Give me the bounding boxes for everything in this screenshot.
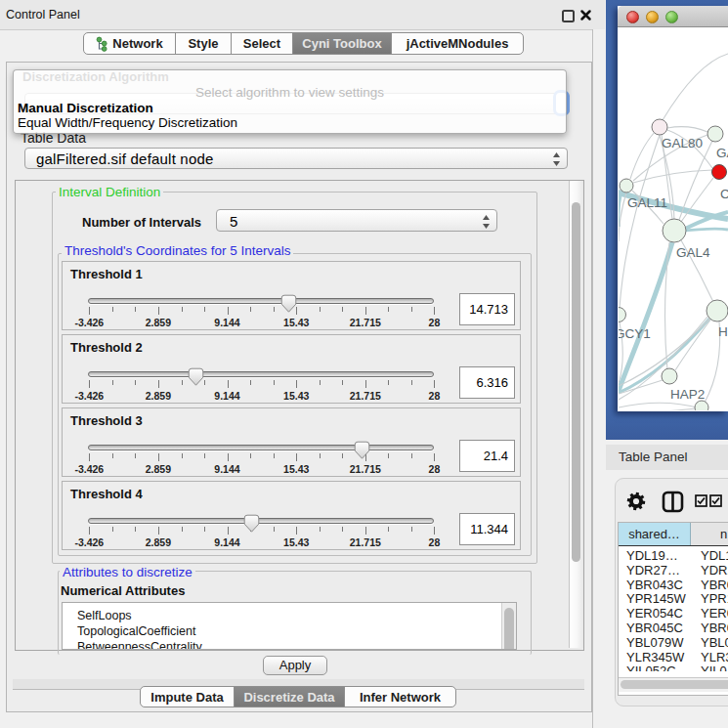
svg-text:GAL11: GAL11 (627, 195, 667, 210)
svg-text:GAL4: GAL4 (676, 245, 710, 260)
svg-text:C: C (720, 187, 728, 201)
svg-text:GCY1: GCY1 (619, 326, 651, 341)
svg-text:HAP2: HAP2 (670, 387, 705, 402)
svg-text:H: H (718, 324, 728, 339)
svg-text:GA: GA (716, 146, 728, 160)
svg-text:GAL80: GAL80 (662, 136, 703, 150)
